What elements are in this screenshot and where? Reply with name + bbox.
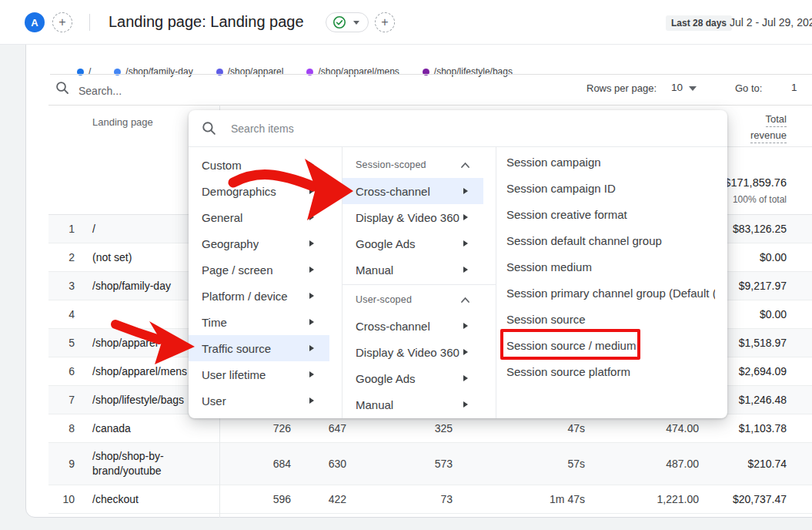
chevron-down-icon[interactable] — [689, 86, 697, 91]
search-input[interactable] — [77, 80, 296, 102]
picker-dimension[interactable]: Session primary channel group (Default ( — [496, 280, 727, 306]
picker-dimension[interactable]: Session campaign — [496, 149, 727, 175]
row-index: 1 — [48, 223, 85, 235]
picker-category[interactable]: Time — [189, 309, 342, 335]
subcategory-label: Cross-channel — [356, 185, 430, 198]
metric-cell: 57s — [453, 458, 585, 470]
check-circle-icon — [332, 15, 346, 29]
category-label: Custom — [202, 159, 242, 172]
plus-icon: + — [58, 15, 65, 29]
add-report-button[interactable]: + — [375, 12, 395, 32]
column-header-total-revenue[interactable]: Total revenue — [750, 111, 787, 143]
row-index: 5 — [48, 337, 85, 349]
date-range-preset[interactable]: Last 28 days — [666, 15, 732, 31]
picker-subcategory[interactable]: Display & Video 360 — [343, 339, 496, 365]
revenue-header-line2: revenue — [750, 129, 787, 143]
date-range-value[interactable]: Jul 2 - Jul 29, 202 — [730, 16, 812, 29]
column-header-landing-page[interactable]: Landing page — [92, 116, 153, 128]
picker-subcategory[interactable]: Display & Video 360 — [343, 204, 496, 230]
metric-cell: 325 — [346, 422, 453, 434]
add-comparison-button[interactable]: + — [52, 12, 72, 32]
picker-search-input[interactable] — [229, 122, 727, 136]
submenu-arrow-icon — [309, 188, 314, 194]
submenu-arrow-icon — [309, 214, 314, 220]
picker-subcategory[interactable]: Google Ads — [343, 365, 496, 391]
dimension-label: Session source — [506, 313, 586, 326]
metric-cell: 596 — [219, 493, 291, 505]
avatar[interactable]: A — [25, 12, 45, 32]
row-index: 2 — [48, 251, 85, 263]
legend-label: /shop/apparel — [228, 66, 284, 77]
submenu-arrow-icon — [309, 319, 314, 325]
ga4-report-screen: //shop/family-day/shop/apparel/shop/appa… — [0, 0, 812, 530]
picker-search-row — [189, 110, 727, 147]
rows-per-page-label: Rows per page: — [586, 82, 657, 94]
picker-category[interactable]: User — [189, 387, 342, 414]
picker-category[interactable]: Traffic source — [189, 335, 329, 361]
dimension-label: Session campaign ID — [506, 182, 616, 195]
divider — [89, 14, 90, 31]
legend-item: /shop/family-day — [114, 66, 192, 77]
goto-page-input[interactable]: 1 — [791, 82, 797, 93]
picker-subcategory[interactable]: Manual — [343, 257, 496, 283]
picker-category[interactable]: User lifetime — [189, 361, 342, 387]
subcategory-label: Display & Video 360 — [356, 346, 459, 359]
picker-dimension[interactable]: Session campaign ID — [496, 175, 727, 201]
category-label: Demographics — [202, 185, 276, 198]
metric-cell: 73 — [346, 493, 453, 505]
divider — [48, 105, 812, 106]
picker-category[interactable]: Demographics — [189, 178, 342, 204]
picker-dimension[interactable]: Session source platform — [496, 358, 727, 384]
submenu-arrow-icon — [463, 240, 468, 247]
picker-category[interactable]: Custom — [189, 152, 342, 178]
picker-dimension[interactable]: Session medium — [496, 253, 727, 280]
table-row: 8/canada72664732547s474.00$1,103.78 — [48, 414, 812, 443]
submenu-arrow-icon — [309, 371, 314, 377]
picker-subcategory[interactable]: Cross-channel — [343, 313, 496, 339]
dimension-label: Session source / medium — [506, 339, 636, 352]
picker-category[interactable]: Platform / device — [189, 283, 342, 309]
metric-cell: 630 — [291, 458, 346, 470]
category-label: Page / screen — [202, 263, 273, 277]
report-title: Landing page: Landing page — [109, 13, 304, 31]
metric-cell: 487.00 — [585, 458, 699, 470]
revenue-cell: $20,737.47 — [699, 493, 787, 505]
metric-cell: 573 — [346, 458, 453, 470]
dimension-picker-dropdown: CustomDemographicsGeneralGeographyPage /… — [189, 110, 727, 418]
submenu-arrow-icon — [463, 323, 468, 329]
dimension-label: Session campaign — [506, 156, 601, 169]
report-status-badge[interactable] — [326, 12, 369, 32]
divider — [50, 74, 812, 75]
legend-item: /shop/apparel — [216, 66, 284, 77]
picker-dimension[interactable]: Session creative format — [496, 201, 727, 227]
table-row: 9/shop/shop-by-brand/youtube68463057357s… — [48, 443, 812, 485]
picker-subcategory[interactable]: Cross-channel — [343, 178, 483, 204]
chevron-up-icon — [460, 293, 470, 307]
subcategory-label: Google Ads — [356, 372, 416, 385]
picker-group-header[interactable]: User-scoped — [343, 287, 496, 313]
subcategory-label: Manual — [356, 263, 393, 277]
landing-page-cell: /checkout — [85, 486, 219, 513]
chevron-down-icon[interactable] — [353, 21, 359, 25]
legend-label: /shop/lifestyle/bags — [434, 66, 513, 77]
picker-dimension-list: Session campaignSession campaign IDSessi… — [496, 147, 727, 418]
metric-cell: 684 — [219, 458, 291, 470]
submenu-arrow-icon — [309, 293, 314, 299]
picker-dimension[interactable]: Session source / medium — [496, 332, 727, 358]
legend-label: /shop/apparel/mens — [318, 66, 399, 77]
picker-category[interactable]: Page / screen — [189, 257, 342, 283]
totals-revenue: $171,859.76 — [724, 176, 787, 189]
submenu-arrow-icon — [463, 267, 468, 273]
goto-page-label: Go to: — [735, 82, 762, 94]
picker-category[interactable]: General — [189, 204, 342, 230]
picker-columns: CustomDemographicsGeneralGeographyPage /… — [189, 147, 727, 418]
rows-per-page-select[interactable]: 10 — [671, 82, 683, 93]
dimension-label: Session medium — [506, 260, 592, 273]
picker-category[interactable]: Geography — [189, 230, 342, 257]
picker-dimension[interactable]: Session source — [496, 306, 727, 332]
group-label: User-scoped — [356, 294, 412, 305]
picker-subcategory[interactable]: Manual — [343, 391, 496, 418]
picker-group-header[interactable]: Session-scoped — [343, 152, 496, 178]
picker-subcategory[interactable]: Google Ads — [343, 230, 496, 257]
picker-dimension[interactable]: Session default channel group — [496, 227, 727, 253]
